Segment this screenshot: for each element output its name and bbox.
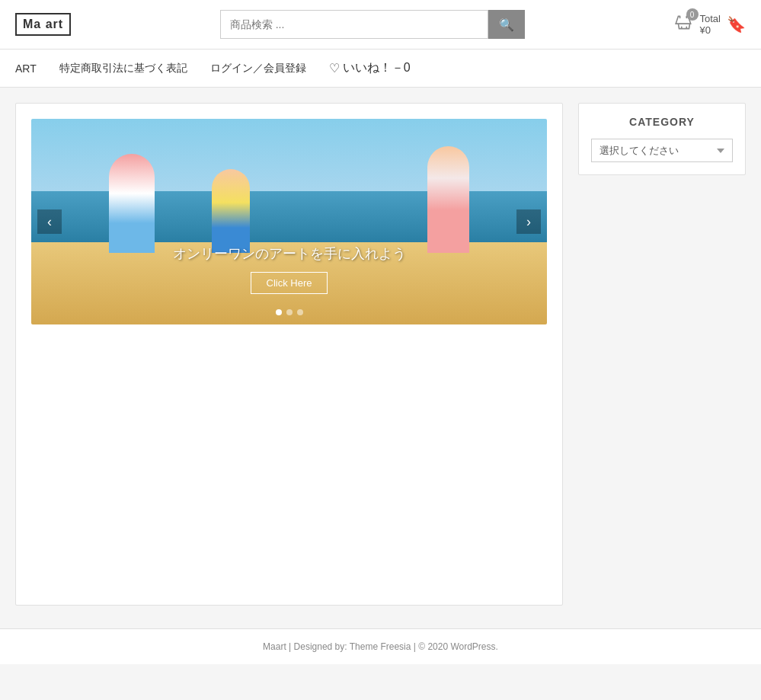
slider-next-button[interactable]: › [516,209,541,234]
slider-dot-3[interactable] [297,309,303,315]
slider: ‹ › オンリーワンのアートを手に入れよう Click Here [31,119,547,324]
nav-likes[interactable]: ♡ いいね！－0 [329,60,411,76]
cart-icon-wrap[interactable]: 0 [674,13,694,36]
search-button[interactable]: 🔍 [488,10,525,39]
figure-3 [427,146,469,253]
sidebar: CATEGORY 選択してください [578,103,746,606]
footer: Maart | Designed by: Theme Freesia | © 2… [0,628,761,664]
nav-item-login[interactable]: ログイン／会員登録 [210,62,306,75]
cart-total-label: Total [700,13,721,24]
category-select[interactable]: 選択してください [591,139,733,162]
search-form: 🔍 [220,10,525,39]
search-icon: 🔍 [499,18,514,31]
cart-badge: 0 [686,8,699,21]
main-container: ‹ › オンリーワンのアートを手に入れよう Click Here CATEGOR… [0,88,761,621]
slider-dots [276,309,303,315]
logo: Ma art [15,13,71,36]
category-title: CATEGORY [591,116,733,128]
bookmark-icon[interactable]: 🔖 [727,15,746,34]
slider-cta-button[interactable]: Click Here [251,272,328,294]
cart-total: Total ¥0 [700,13,721,36]
content-area: ‹ › オンリーワンのアートを手に入れよう Click Here [15,103,563,606]
slider-title: オンリーワンのアートを手に入れよう [31,245,547,263]
slider-overlay: オンリーワンのアートを手に入れよう Click Here [31,245,547,294]
slider-dot-1[interactable] [276,309,282,315]
slider-dot-2[interactable] [286,309,293,315]
slider-prev-button[interactable]: ‹ [37,209,62,234]
nav-bar: ART 特定商取引法に基づく表記 ログイン／会員登録 ♡ いいね！－0 [0,50,761,88]
likes-label: いいね！－0 [343,60,411,76]
category-box: CATEGORY 選択してください [578,103,746,175]
cart-total-value: ¥0 [700,24,721,36]
figure-2 [212,169,250,253]
figure-1 [109,154,155,253]
search-input[interactable] [220,10,488,39]
footer-text: Maart | Designed by: Theme Freesia | © 2… [263,641,498,652]
cart-area: 0 Total ¥0 🔖 [674,13,746,36]
nav-item-tokutei[interactable]: 特定商取引法に基づく表記 [59,62,187,75]
heart-icon: ♡ [329,61,340,75]
nav-item-art[interactable]: ART [15,62,37,75]
header: Ma art 🔍 0 Total ¥0 🔖 [0,0,761,50]
